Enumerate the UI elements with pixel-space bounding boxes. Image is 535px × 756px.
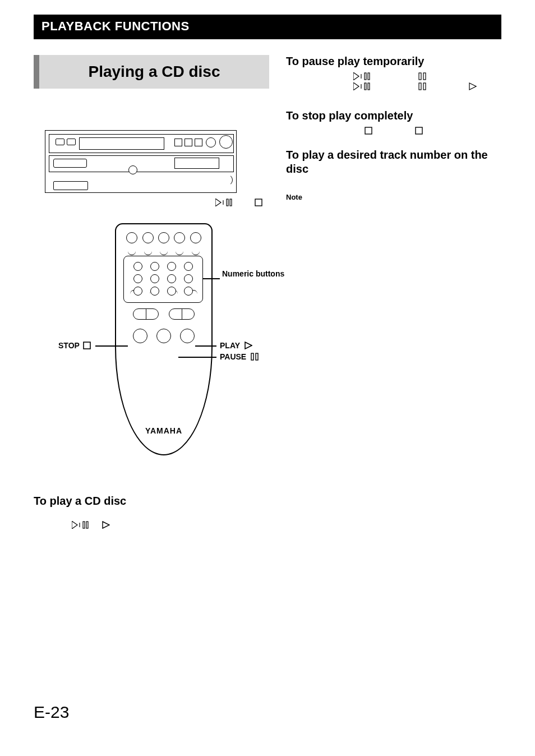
heading-pause: To pause play temporarily bbox=[286, 55, 501, 68]
svg-rect-8 bbox=[256, 353, 258, 360]
heading-to-play: To play a CD disc bbox=[34, 495, 269, 508]
svg-rect-17 bbox=[368, 73, 370, 80]
heading-stop: To stop play completely bbox=[286, 109, 501, 122]
callout-pause: PAUSE bbox=[220, 352, 259, 361]
play-pause-icon bbox=[215, 199, 238, 206]
svg-rect-18 bbox=[419, 73, 421, 80]
pause-row-2 bbox=[286, 82, 501, 90]
svg-rect-19 bbox=[423, 73, 426, 80]
stop-icon bbox=[415, 127, 423, 135]
unit-drawing-area: YAMAHA Numeric buttons STOP bbox=[34, 108, 269, 476]
pause-icon bbox=[418, 82, 426, 90]
svg-marker-13 bbox=[103, 522, 109, 528]
stop-icon bbox=[365, 127, 372, 135]
left-instruction-row bbox=[34, 521, 269, 529]
callout-stop: STOP bbox=[58, 341, 91, 350]
page-number: E-23 bbox=[34, 703, 269, 722]
play-icon bbox=[469, 82, 477, 90]
page-title-box: Playing a CD disc bbox=[34, 55, 269, 89]
svg-marker-20 bbox=[353, 82, 359, 90]
unit-front-drawing bbox=[45, 130, 237, 193]
svg-marker-9 bbox=[72, 521, 77, 529]
svg-rect-23 bbox=[368, 83, 370, 90]
svg-rect-5 bbox=[84, 342, 90, 349]
svg-marker-26 bbox=[469, 83, 476, 90]
svg-marker-6 bbox=[245, 342, 252, 349]
callout-play: PLAY bbox=[220, 341, 252, 350]
remote-drawing: YAMAHA Numeric buttons STOP bbox=[45, 223, 269, 464]
stop-icon bbox=[255, 199, 262, 206]
note-label: Note bbox=[286, 193, 501, 201]
heading-track: To play a desired track number on the di… bbox=[286, 148, 501, 176]
svg-rect-27 bbox=[365, 127, 372, 134]
svg-rect-22 bbox=[365, 83, 366, 90]
left-column: Playing a CD disc bbox=[34, 55, 269, 722]
svg-rect-28 bbox=[416, 127, 422, 134]
svg-rect-7 bbox=[251, 353, 253, 360]
svg-rect-3 bbox=[230, 199, 232, 206]
svg-rect-16 bbox=[365, 73, 366, 80]
play-pause-icon bbox=[353, 82, 376, 90]
right-column: To pause play temporarily To stop play c… bbox=[286, 55, 501, 722]
svg-rect-24 bbox=[419, 83, 421, 90]
svg-rect-2 bbox=[227, 199, 228, 206]
svg-rect-11 bbox=[83, 522, 85, 528]
remote-brand: YAMAHA bbox=[116, 426, 211, 435]
stop-row bbox=[286, 127, 501, 135]
svg-marker-14 bbox=[353, 72, 359, 80]
section-header: PLAYBACK FUNCTIONS bbox=[34, 15, 501, 39]
svg-marker-0 bbox=[215, 199, 221, 206]
play-pause-icon bbox=[72, 521, 94, 529]
svg-rect-4 bbox=[255, 199, 262, 206]
callout-numeric: Numeric buttons bbox=[222, 269, 284, 278]
page-title: Playing a CD disc bbox=[39, 55, 269, 89]
pause-row-1 bbox=[286, 72, 501, 80]
unit-button-labels bbox=[45, 199, 269, 206]
svg-rect-25 bbox=[423, 83, 426, 90]
play-pause-icon bbox=[353, 72, 376, 80]
svg-rect-12 bbox=[86, 522, 88, 528]
pause-icon bbox=[418, 72, 426, 80]
play-icon bbox=[102, 521, 110, 529]
